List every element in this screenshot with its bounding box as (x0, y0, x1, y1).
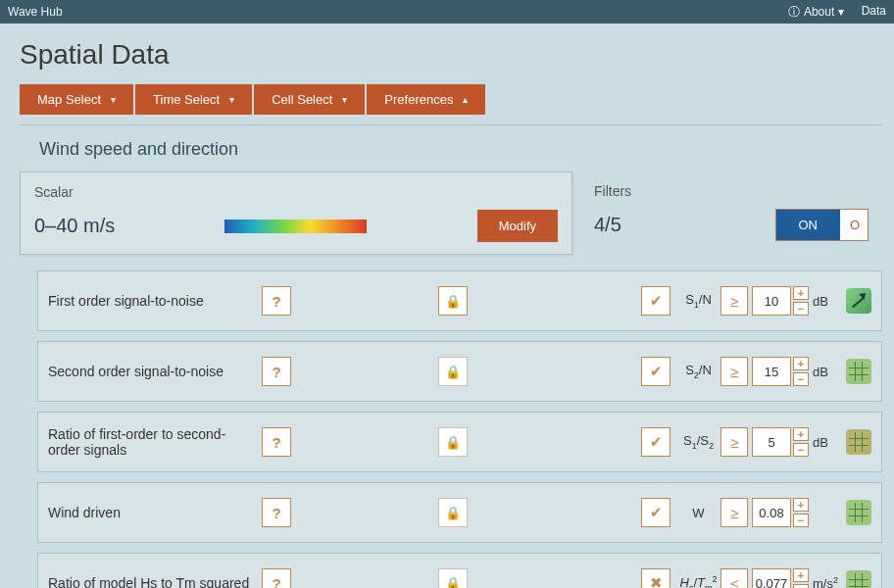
step-up-button[interactable]: + (793, 286, 809, 300)
unit-label: m/s2 (813, 575, 844, 588)
preview-swatch-icon[interactable] (846, 359, 871, 384)
filter-enabled-button[interactable]: ✔ (641, 286, 670, 316)
stepper: +− (793, 427, 809, 457)
step-up-button[interactable]: + (793, 357, 809, 370)
check-icon: ✔ (650, 504, 663, 521)
lock-button: 🔒 (438, 427, 468, 457)
step-down-button[interactable]: − (793, 443, 809, 457)
lock-button: 🔒 (438, 498, 468, 527)
menu-map-select[interactable]: Map Select▾ (20, 84, 133, 115)
lock-button[interactable]: 🔒 (438, 286, 468, 316)
filters-toggle-on[interactable]: ON (776, 210, 839, 240)
threshold-input[interactable] (752, 427, 791, 457)
filter-name: Wind driven (48, 505, 262, 520)
unit-label: dB (813, 365, 844, 379)
step-up-button[interactable]: + (793, 498, 809, 512)
help-button[interactable]: ? (262, 427, 291, 457)
stepper: +− (793, 568, 809, 588)
threshold-input[interactable] (752, 286, 791, 316)
preview-swatch-icon[interactable] (846, 500, 871, 525)
caret-down-icon: ▾ (342, 94, 347, 105)
filter-enabled-button[interactable]: ✔ (641, 357, 670, 386)
page-title: Spatial Data (0, 24, 894, 84)
preview-swatch-icon[interactable] (846, 429, 871, 455)
lock-icon: 🔒 (445, 365, 461, 379)
preview-swatch-icon[interactable] (846, 570, 871, 588)
operator-button[interactable]: ≤ (720, 568, 748, 588)
filters-list: First order signal-to-noise?🔒✔S1/N≥+−dBS… (20, 270, 882, 588)
lock-icon: 🔒 (445, 294, 461, 309)
filter-symbol: W (676, 506, 720, 520)
menu-time-select[interactable]: Time Select▾ (135, 84, 252, 115)
spectrum-bar-icon (224, 220, 367, 233)
caret-up-icon: ▴ (463, 94, 468, 105)
filter-row: Wind driven?🔒✔W≥+− (37, 482, 882, 543)
lock-icon: 🔒 (445, 506, 461, 520)
scalar-range: 0–40 m/s (34, 215, 115, 237)
filter-row: Ratio of first-order to second-order sig… (37, 412, 882, 472)
preview-swatch-icon[interactable] (846, 288, 871, 314)
filter-row: Ratio of model Hs to Tm squared?🔒✖Hs/Tm2… (37, 553, 882, 588)
filter-symbol: S2/N (676, 363, 720, 380)
step-down-button[interactable]: − (793, 584, 809, 588)
menu-cell-select[interactable]: Cell Select▾ (254, 84, 365, 115)
operator-button[interactable]: ≥ (720, 286, 748, 316)
lock-icon: 🔒 (445, 576, 461, 589)
section-title: Wind speed and direction (20, 139, 882, 172)
filter-row: First order signal-to-noise?🔒✔S1/N≥+−dB (37, 270, 882, 331)
menu-bar: Map Select▾Time Select▾Cell Select▾Prefe… (0, 84, 894, 124)
filters-count: 4/5 (594, 214, 621, 236)
step-down-button[interactable]: − (793, 372, 809, 386)
scalar-panel: Scalar 0–40 m/s Modify (20, 172, 572, 255)
help-button[interactable]: ? (262, 286, 291, 316)
operator-button[interactable]: ≥ (720, 357, 748, 386)
operator-button[interactable]: ≥ (720, 498, 748, 527)
threshold-input[interactable] (752, 498, 791, 527)
help-button[interactable]: ? (262, 498, 291, 527)
step-up-button[interactable]: + (793, 427, 809, 441)
menu-item-label: Preferences (384, 92, 453, 107)
operator-button[interactable]: ≥ (720, 427, 748, 457)
filter-symbol: S1/S2 (676, 433, 720, 451)
filter-row: Second order signal-to-noise?🔒✔S2/N≥+−dB (37, 341, 882, 402)
threshold-input[interactable] (752, 568, 791, 588)
menu-item-label: Map Select (37, 92, 101, 107)
check-icon: ✔ (650, 363, 663, 380)
filters-summary-panel: Filters 4/5 ON O (580, 172, 882, 255)
stepper: +− (793, 286, 809, 316)
step-up-button[interactable]: + (793, 568, 809, 582)
filter-symbol: Hs/Tm2 (676, 574, 720, 588)
check-icon: ✔ (650, 292, 663, 310)
help-button[interactable]: ? (262, 568, 291, 588)
about-link[interactable]: About ▾ (788, 4, 844, 21)
filter-symbol: S1/N (676, 292, 720, 310)
brand-label: Wave Hub (8, 5, 63, 19)
modify-button[interactable]: Modify (477, 210, 558, 242)
unit-label: dB (813, 294, 844, 309)
lock-icon: 🔒 (445, 435, 461, 450)
filter-name: Ratio of model Hs to Tm squared (48, 575, 262, 588)
check-icon: ✔ (650, 433, 663, 451)
menu-preferences[interactable]: Preferences▴ (367, 84, 485, 115)
filters-toggle-off[interactable]: O (839, 210, 868, 240)
caret-down-icon: ▾ (229, 94, 234, 105)
unit-label: dB (813, 435, 844, 450)
filter-disabled-button[interactable]: ✖ (641, 568, 670, 588)
menu-item-label: Time Select (153, 92, 220, 107)
threshold-input[interactable] (752, 357, 791, 386)
data-link[interactable]: Data (862, 4, 886, 21)
stepper: +− (793, 357, 809, 386)
filter-name: Second order signal-to-noise (48, 364, 262, 379)
menu-item-label: Cell Select (272, 92, 332, 107)
step-down-button[interactable]: − (793, 302, 809, 316)
lock-button: 🔒 (438, 568, 468, 588)
filter-enabled-button[interactable]: ✔ (641, 427, 670, 457)
filter-enabled-button[interactable]: ✔ (641, 498, 670, 527)
filter-name: First order signal-to-noise (48, 293, 262, 309)
step-down-button[interactable]: − (793, 514, 809, 527)
caret-down-icon: ▾ (111, 94, 116, 105)
scalar-label: Scalar (34, 184, 558, 200)
stepper: +− (793, 498, 809, 527)
filter-name: Ratio of first-order to second-order sig… (48, 426, 262, 458)
help-button[interactable]: ? (262, 357, 291, 386)
